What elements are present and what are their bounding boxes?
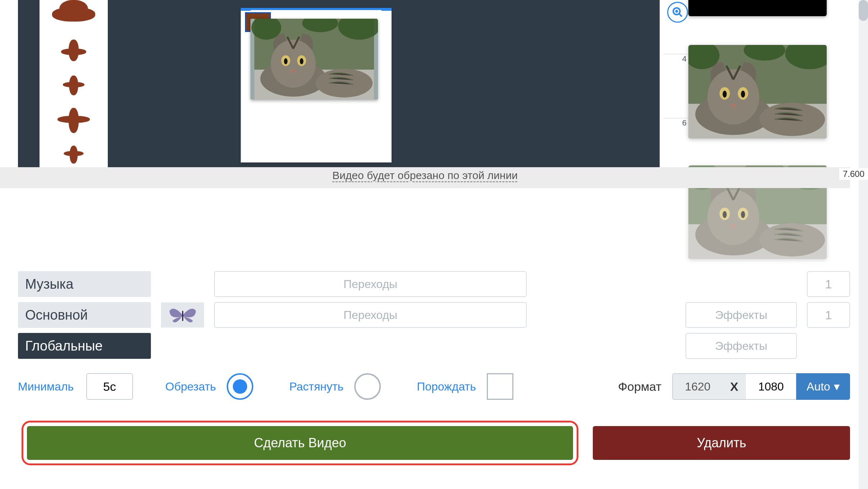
format-separator: X <box>722 373 746 400</box>
frame-thumb-black[interactable] <box>688 0 827 16</box>
min-duration-label: Минималь <box>18 380 75 393</box>
format-label: Формат <box>618 380 661 394</box>
zoom-in-icon <box>672 6 683 18</box>
video-canvas[interactable] <box>108 0 660 167</box>
clip-handle-right[interactable] <box>382 8 392 11</box>
ruler-tick: 4 <box>664 54 689 64</box>
delete-button[interactable]: Удалить <box>593 426 850 460</box>
zoom-in-button[interactable] <box>667 2 688 23</box>
clip-top-handle[interactable] <box>241 8 391 10</box>
duration-format-row: Минималь Обрезать Растянуть Порождать Фо… <box>18 373 850 400</box>
crop-radio[interactable] <box>227 373 253 400</box>
make-video-highlight: Сделать Видео <box>22 421 578 465</box>
lane-music-label[interactable]: Музыка <box>18 271 151 297</box>
stretch-radio[interactable] <box>354 373 381 400</box>
cut-line-banner: Видео будет обрезано по этой линии <box>0 167 850 188</box>
ruler-tick: 6 <box>664 118 689 128</box>
music-transitions-select[interactable]: Переходы <box>214 271 527 297</box>
format-height-input[interactable] <box>746 373 796 400</box>
cut-time-value: 7.600 <box>839 168 868 180</box>
lane-music-row: Музыка Переходы 1 <box>18 271 850 297</box>
generate-label: Порождать <box>417 380 476 393</box>
frame-thumb[interactable] <box>688 45 827 138</box>
lane-main-label[interactable]: Основной <box>18 302 151 328</box>
cut-line-text: Видео будет обрезано по этой линии <box>332 169 518 181</box>
crop-label: Обрезать <box>165 380 216 393</box>
thumbnail-strip: 4 6 <box>660 0 850 167</box>
main-effects-select[interactable]: Эффекты <box>685 302 797 328</box>
butterfly-icon <box>167 303 198 327</box>
format-group: X Auto ▾ <box>672 373 850 400</box>
audio-waveform[interactable] <box>40 0 108 167</box>
svg-line-14 <box>679 14 682 17</box>
min-duration-input[interactable] <box>86 373 133 400</box>
global-effects-select[interactable]: Эффекты <box>685 333 797 359</box>
clip-thumbnail <box>250 19 378 100</box>
auto-button-label: Auto <box>807 380 830 393</box>
clip-handle-left[interactable] <box>241 8 251 11</box>
lane-main-row: Основной Переходы Эффекты 1 <box>18 302 850 328</box>
format-auto-button[interactable]: Auto ▾ <box>796 373 850 400</box>
format-width-input[interactable] <box>672 373 722 400</box>
stretch-label: Растянуть <box>289 380 343 393</box>
clip-frame[interactable] <box>241 8 392 163</box>
scrollbar-thumb[interactable] <box>859 0 868 21</box>
main-transition-thumb[interactable] <box>161 302 204 328</box>
caret-down-icon: ▾ <box>834 380 840 393</box>
audio-track-column <box>18 0 108 167</box>
page-scrollbar[interactable] <box>859 0 868 489</box>
editor-area: 4 6 <box>18 0 850 167</box>
main-transitions-select[interactable]: Переходы <box>214 302 527 328</box>
generate-checkbox[interactable] <box>487 373 513 400</box>
lane-global-row: Глобальные Эффекты <box>18 333 850 359</box>
make-video-button[interactable]: Сделать Видео <box>27 426 573 460</box>
lane-global-label[interactable]: Глобальные <box>18 333 151 359</box>
music-count-box[interactable]: 1 <box>807 271 850 297</box>
action-row: Сделать Видео Удалить <box>22 421 850 465</box>
main-count-box[interactable]: 1 <box>807 302 850 328</box>
